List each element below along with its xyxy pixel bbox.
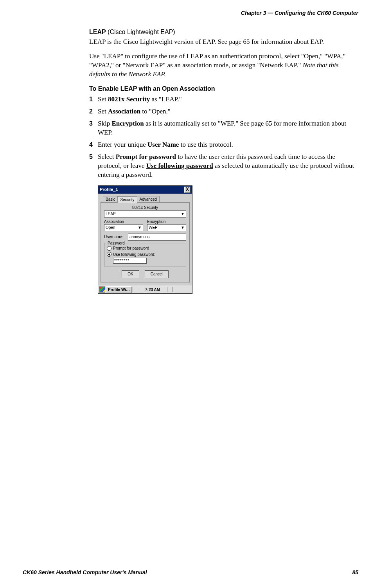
- username-field[interactable]: anonymous: [128, 234, 186, 241]
- step-bold: Encryption: [111, 120, 144, 127]
- tab-basic[interactable]: Basic: [103, 196, 118, 203]
- step-number: 4: [89, 140, 98, 149]
- chevron-down-icon: ▼: [181, 211, 185, 217]
- taskbar-clock: 7:23 AM: [145, 287, 160, 293]
- step-bold: 8021x Security: [108, 95, 150, 103]
- tab-advanced[interactable]: Advanced: [137, 196, 160, 203]
- close-icon[interactable]: X: [184, 187, 190, 193]
- encryption-dropdown[interactable]: WEP ▼: [147, 224, 186, 231]
- radio-use-following-label: Use following password:: [113, 252, 155, 257]
- dialog-titlebar: Profile_1 X: [98, 186, 192, 194]
- enable-heading: To Enable LEAP with an Open Association: [89, 85, 358, 93]
- radio-use-following[interactable]: [107, 252, 111, 257]
- step-bold: Prompt for password: [116, 153, 176, 160]
- password-legend: Password: [107, 241, 126, 246]
- security-label: 8021x Security: [104, 205, 186, 210]
- intro-para-2: Use "LEAP" to configure the use of LEAP …: [89, 52, 358, 79]
- step-bold: User Name: [147, 141, 179, 148]
- list-item: 1 Set 8021x Security as "LEAP.": [89, 95, 358, 104]
- chevron-down-icon: ▼: [181, 225, 185, 230]
- step-bold: Association: [108, 108, 140, 115]
- chevron-down-icon: ▼: [138, 225, 142, 230]
- username-label: Username:: [104, 234, 123, 240]
- security-dropdown[interactable]: LEAP ▼: [104, 210, 186, 218]
- profile-dialog: Profile_1 X Basic Security Advanced 8021…: [98, 185, 192, 294]
- page-footer: CK60 Series Handheld Computer User's Man…: [23, 569, 358, 576]
- tray-icon[interactable]: [139, 287, 144, 292]
- encryption-label: Encryption: [147, 219, 186, 225]
- footer-manual: CK60 Series Handheld Computer User's Man…: [23, 569, 147, 576]
- start-icon[interactable]: [99, 286, 105, 293]
- radio-prompt-label: Prompt for password: [113, 246, 149, 251]
- password-field[interactable]: ********: [113, 258, 147, 264]
- step-text: to "Open.": [140, 108, 171, 115]
- step-text: Enter your unique: [98, 141, 147, 148]
- association-value: Open: [106, 225, 115, 230]
- step-text: as "LEAP.": [150, 95, 182, 103]
- password-group: Password Prompt for password Use followi…: [104, 243, 186, 266]
- tray-icon[interactable]: [133, 287, 138, 292]
- section-title-bold: LEAP: [89, 29, 106, 35]
- tray-icon[interactable]: [161, 287, 166, 292]
- list-item: 5 Select Prompt for password to have the…: [89, 153, 358, 180]
- step-text: Skip: [98, 120, 111, 127]
- dialog-title: Profile_1: [100, 187, 118, 192]
- encryption-value: WEP: [149, 225, 158, 230]
- section-title-rest: (Cisco Lightweight EAP): [106, 29, 175, 35]
- security-value: LEAP: [106, 211, 116, 217]
- list-item: 4 Enter your unique User Name to use thi…: [89, 140, 358, 149]
- step-number: 5: [89, 153, 98, 180]
- step-text: Set: [98, 95, 108, 103]
- step-number: 1: [89, 95, 98, 104]
- step-text: Set: [98, 108, 108, 115]
- list-item: 2 Set Association to "Open.": [89, 107, 358, 116]
- page-header: Chapter 3 — Configuring the CK60 Compute…: [23, 9, 358, 17]
- step-bold: Use following password: [146, 162, 213, 169]
- taskbar: Profile Wi… 7:23 AM: [98, 286, 192, 294]
- tab-security[interactable]: Security: [117, 196, 137, 203]
- step-text: Select: [98, 153, 116, 160]
- radio-prompt-password[interactable]: [107, 246, 111, 251]
- tray-icon[interactable]: [167, 287, 173, 292]
- list-item: 3 Skip Encryption as it is automatically…: [89, 119, 358, 137]
- intro-para-1: LEAP is the Cisco Lightweight version of…: [89, 38, 358, 47]
- cancel-button[interactable]: Cancel: [145, 270, 169, 278]
- step-number: 3: [89, 119, 98, 137]
- step-list: 1 Set 8021x Security as "LEAP." 2 Set As…: [89, 95, 358, 180]
- association-label: Association: [104, 219, 143, 225]
- step-text: to use this protocol.: [179, 141, 233, 148]
- main-content: LEAP (Cisco Lightweight EAP) LEAP is the…: [89, 28, 358, 294]
- association-dropdown[interactable]: Open ▼: [104, 224, 143, 231]
- ok-button[interactable]: OK: [122, 270, 139, 278]
- taskbar-app[interactable]: Profile Wi…: [106, 286, 132, 293]
- footer-page-number: 85: [352, 569, 358, 576]
- step-number: 2: [89, 107, 98, 116]
